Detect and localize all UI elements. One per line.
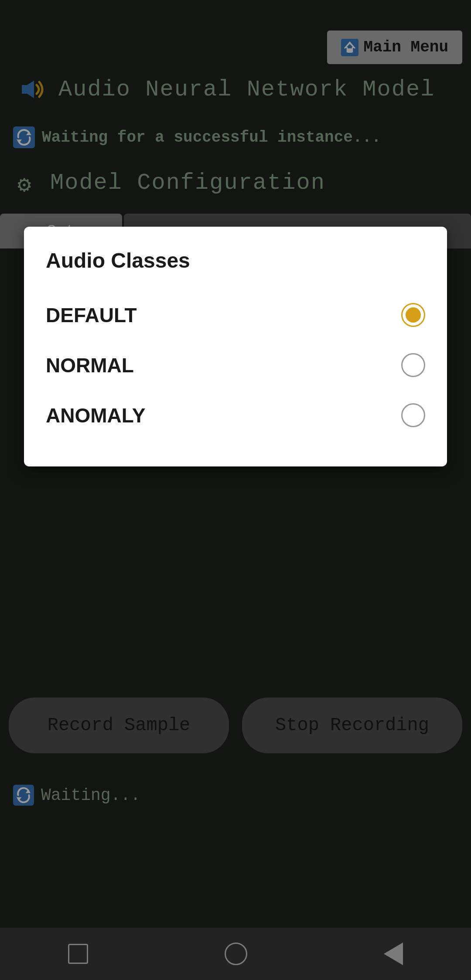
radio-normal[interactable]	[401, 353, 425, 377]
radio-anomaly[interactable]	[401, 403, 425, 427]
option-normal[interactable]: NORMAL	[46, 340, 425, 390]
radio-default-inner	[406, 307, 421, 323]
option-default-label: DEFAULT	[46, 303, 137, 327]
radio-default[interactable]	[401, 303, 425, 327]
option-normal-label: NORMAL	[46, 354, 134, 377]
dialog-title: Audio Classes	[46, 248, 425, 272]
option-anomaly-label: ANOMALY	[46, 404, 145, 427]
option-anomaly[interactable]: ANOMALY	[46, 390, 425, 440]
audio-classes-dialog: Audio Classes DEFAULT NORMAL ANOMALY	[24, 227, 447, 466]
overlay-backdrop[interactable]	[0, 0, 471, 980]
option-default[interactable]: DEFAULT	[46, 290, 425, 340]
